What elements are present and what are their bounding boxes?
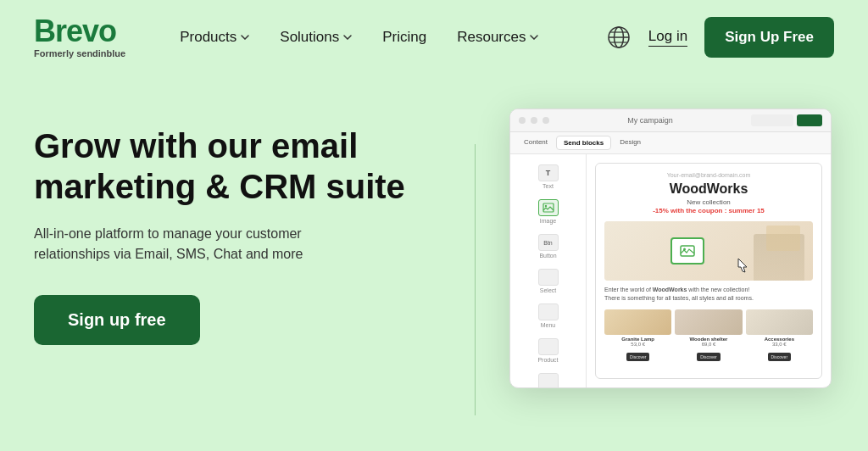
mockup-topbar: My campaign — [510, 109, 831, 132]
svg-rect-5 — [543, 203, 554, 212]
sidebar-item-text[interactable]: T Text — [514, 161, 582, 192]
product-image — [675, 309, 742, 335]
email-preview: Your-email@brand-domain.com WoodWorks Ne… — [595, 163, 822, 379]
nav-resources[interactable]: Resources — [443, 22, 552, 53]
hero-title: Grow with our emailmarketing & CRM suite — [34, 125, 441, 207]
email-products: Granite Lamp 53,0 € Discover Wooden shel… — [604, 309, 813, 362]
hero-right: My campaign Content Send blocks Design T — [509, 109, 832, 388]
nav-pricing[interactable]: Pricing — [369, 22, 440, 53]
email-discount: -15% with the coupon : summer 15 — [604, 207, 813, 214]
tab-content[interactable]: Content — [517, 136, 554, 150]
product-btn[interactable]: Discover — [697, 353, 720, 361]
product-price: 33,0 € — [746, 342, 813, 347]
section-divider — [475, 144, 476, 415]
hero-section: Grow with our emailmarketing & CRM suite… — [0, 75, 868, 451]
brand-formerly: Formerly sendinblue — [34, 48, 125, 58]
window-control — [519, 117, 526, 124]
image-select-icon — [680, 245, 695, 257]
sidebar-label: Menu — [541, 322, 556, 328]
sidebar-item-image[interactable]: Image — [514, 196, 582, 227]
chevron-down-icon — [241, 35, 249, 40]
mockup-sidebar: T Text Image — [510, 154, 587, 387]
navbar: Brevo Formerly sendinblue Products Solut… — [0, 0, 868, 75]
image-select-overlay[interactable] — [670, 237, 704, 264]
hero-left: Grow with our emailmarketing & CRM suite… — [34, 109, 441, 345]
sidebar-label: Product — [537, 357, 558, 363]
email-image-bg — [604, 221, 813, 281]
product-btn[interactable]: Discover — [768, 353, 791, 361]
text-icon: T — [538, 164, 559, 181]
image-icon — [538, 199, 559, 216]
logo: Brevo Formerly sendinblue — [34, 16, 125, 58]
login-link[interactable]: Log in — [648, 28, 687, 47]
nav-right: Log in Sign Up Free — [606, 17, 834, 58]
navigation-icon — [538, 373, 559, 388]
button-icon: Btn — [538, 234, 559, 251]
tab-send-blocks[interactable]: Send blocks — [556, 136, 611, 150]
sidebar-item-menu[interactable]: Menu — [514, 300, 582, 331]
globe-icon[interactable] — [606, 25, 632, 50]
email-body-text: Enter the world of WoodWorks with the ne… — [604, 286, 813, 303]
tab-design[interactable]: Design — [613, 136, 648, 150]
sidebar-item-navigation[interactable]: Navigation — [514, 370, 582, 388]
email-domain: Your-email@brand-domain.com — [604, 172, 813, 178]
mockup-body: T Text Image — [510, 154, 831, 387]
nav-products[interactable]: Products — [166, 22, 263, 53]
brand-formerly-name: sendinblue — [76, 48, 125, 58]
image-icon-svg — [542, 203, 554, 213]
sidebar-label: Button — [539, 253, 556, 259]
product-btn[interactable]: Discover — [626, 353, 649, 361]
product-mockup: My campaign Content Send blocks Design T — [509, 109, 832, 388]
product-2: Wooden shelter 69,0 € Discover — [675, 309, 742, 362]
product-image — [604, 309, 671, 335]
brand-name: Brevo — [34, 16, 125, 47]
product-3: Accessories 33,0 € Discover — [746, 309, 813, 362]
email-hero-image — [604, 221, 813, 281]
hero-subtitle: All-in-one platform to manage your custo… — [34, 224, 373, 264]
chevron-down-icon — [343, 35, 352, 40]
sidebar-item-select[interactable]: Select — [514, 265, 582, 297]
svg-point-6 — [544, 205, 546, 207]
sidebar-label: Image — [540, 218, 556, 224]
window-control — [542, 117, 549, 124]
sidebar-item-button[interactable]: Btn Button — [514, 231, 582, 262]
mockup-tabs: Content Send blocks Design — [510, 132, 831, 154]
product-icon — [538, 338, 559, 355]
hero-cta-button[interactable]: Sign up free — [34, 295, 200, 345]
product-price: 69,0 € — [675, 342, 742, 347]
cursor-icon — [737, 257, 750, 274]
chevron-down-icon — [530, 35, 538, 40]
menu-icon — [538, 303, 559, 320]
mockup-window-title: My campaign — [554, 116, 746, 125]
email-header: WoodWorks New collection -15% with the c… — [604, 181, 813, 214]
nav-solutions[interactable]: Solutions — [266, 22, 365, 53]
signup-button[interactable]: Sign Up Free — [704, 17, 834, 58]
product-image — [746, 309, 813, 335]
email-tagline: New collection — [604, 198, 813, 207]
sidebar-label: Text — [542, 183, 554, 189]
email-brand: WoodWorks — [604, 181, 813, 197]
nav-links: Products Solutions Pricing Resources — [166, 22, 606, 53]
mockup-content: Your-email@brand-domain.com WoodWorks Ne… — [587, 154, 831, 387]
sidebar-label: Select — [540, 287, 556, 293]
product-1: Granite Lamp 53,0 € Discover — [604, 309, 671, 362]
select-icon — [538, 269, 559, 286]
sidebar-item-product[interactable]: Product — [514, 335, 582, 366]
window-control — [531, 117, 537, 124]
product-price: 53,0 € — [604, 342, 671, 347]
